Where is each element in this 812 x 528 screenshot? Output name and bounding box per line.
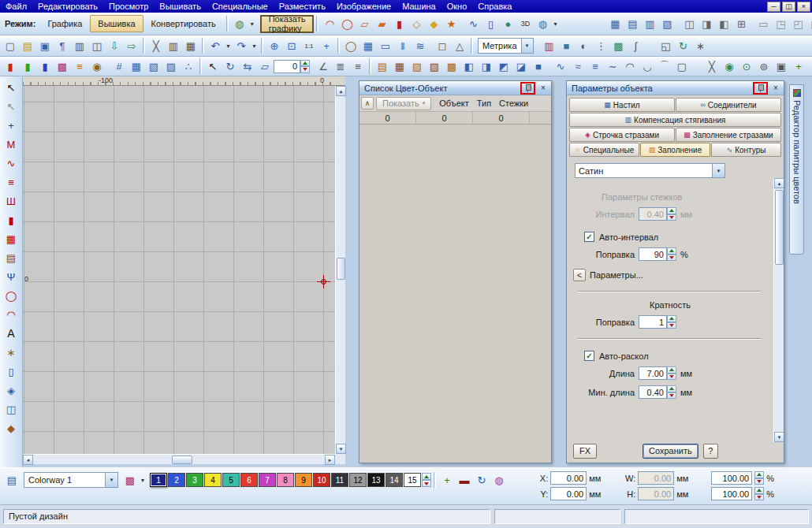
minimize-button[interactable]: ─ xyxy=(767,2,780,12)
branching-tool-icon[interactable]: Ψ xyxy=(2,267,20,286)
sphere-view-icon[interactable]: ◍ xyxy=(534,16,551,32)
background-color-icon[interactable]: ■ xyxy=(558,38,575,54)
mult-correction-input[interactable]: 1 xyxy=(639,315,667,329)
zoom-1to1-icon[interactable]: 1:1 xyxy=(300,38,318,54)
collapse-chevron-icon[interactable]: ∧ xyxy=(361,97,374,110)
zigzag-tool-icon[interactable]: Ш xyxy=(2,191,20,210)
print-preview-icon[interactable]: ◫ xyxy=(88,38,106,54)
zoom-window-icon[interactable]: ⊡ xyxy=(283,38,300,54)
sphere-caret-icon[interactable]: ▾ xyxy=(551,16,559,32)
menu-item[interactable]: Просмотр xyxy=(103,1,154,12)
overview-window-icon[interactable]: ◱ xyxy=(657,38,675,54)
window-left-icon[interactable]: ◧ xyxy=(715,16,732,32)
scale-h-spinner[interactable] xyxy=(754,487,764,500)
scroll-down-button[interactable]: ▾ xyxy=(336,444,346,454)
redo-icon[interactable]: ↷ xyxy=(233,38,250,54)
show-graphics-button[interactable]: Показать графику xyxy=(260,15,315,33)
menu-item[interactable]: Изображение xyxy=(331,1,397,12)
mult-correction-spinner[interactable] xyxy=(667,315,676,329)
length-spinner[interactable] xyxy=(667,366,676,380)
color-swatch[interactable]: 8 xyxy=(277,473,294,487)
corner-tl-icon[interactable]: ◰ xyxy=(789,16,806,32)
rotate-icon[interactable]: ↻ xyxy=(222,58,239,75)
color-swatch[interactable]: 15 xyxy=(404,473,421,487)
w-input[interactable]: 0.00 xyxy=(638,471,674,485)
menu-item[interactable]: Разместить xyxy=(274,1,331,12)
stitch-angle-spinner[interactable] xyxy=(300,60,310,73)
cut-icon[interactable]: ╳ xyxy=(147,38,165,54)
monogram-tool-icon[interactable]: ∗ xyxy=(2,343,20,362)
restore-button[interactable]: ◫ xyxy=(782,2,795,12)
cycle-colors-icon[interactable]: ↻ xyxy=(473,472,490,489)
interval-input[interactable]: 0.40 xyxy=(639,207,667,221)
wave-shape-icon[interactable]: ∿ xyxy=(464,16,482,32)
pattern-grid-icon[interactable]: ▦ xyxy=(128,58,145,75)
selection-box-icon[interactable]: ▣ xyxy=(806,16,812,32)
y-input[interactable]: 0.00 xyxy=(550,487,587,500)
color-swatch[interactable]: 12 xyxy=(349,473,367,487)
design-properties-icon[interactable]: ¶ xyxy=(54,38,71,54)
color-swatch[interactable]: 9 xyxy=(295,473,312,487)
color-swatch[interactable]: 11 xyxy=(331,473,348,487)
show-bitmap-icon[interactable]: ▩ xyxy=(610,38,628,54)
scale-w-input[interactable]: 100.00 xyxy=(711,471,752,485)
parameters-button[interactable]: Параметры... xyxy=(590,270,643,280)
show-button[interactable]: Показать ▾ xyxy=(376,97,431,110)
view-3d-icon[interactable]: 3D xyxy=(516,16,534,32)
close-icon[interactable]: × xyxy=(538,83,549,93)
closed-shape-icon[interactable]: ◯ xyxy=(338,16,356,32)
arc-down-icon[interactable]: ◡ xyxy=(639,58,656,75)
corner-tr-icon[interactable]: ◳ xyxy=(772,16,789,32)
pattern-diag-icon[interactable]: ▧ xyxy=(145,58,162,75)
frame-icon[interactable]: ▭ xyxy=(754,16,772,32)
combo-arrow-icon[interactable]: ▾ xyxy=(105,473,117,487)
undo-icon[interactable]: ↶ xyxy=(207,38,224,54)
trim-icon[interactable]: ╳ xyxy=(703,58,721,75)
closed-object-icon[interactable]: ▰ xyxy=(373,16,390,32)
applique-tool-icon[interactable]: ◈ xyxy=(2,381,20,400)
color-palette-editor-tab[interactable]: Редактор палитры цветов xyxy=(789,84,804,255)
show-rulers-icon[interactable]: ▭ xyxy=(377,38,394,54)
scroll-down-button[interactable]: ▾ xyxy=(774,432,784,442)
redo-caret-icon[interactable]: ▾ xyxy=(250,38,259,54)
grid-layout-icon[interactable]: ▦ xyxy=(606,16,624,32)
fill-cross-icon[interactable]: ▨ xyxy=(426,58,443,75)
colorway-combo[interactable]: Colorway 1 ▾ xyxy=(24,472,118,488)
close-icon[interactable]: × xyxy=(770,83,781,93)
block-digitize-icon[interactable]: ▮ xyxy=(390,16,408,32)
graphics-mode-button[interactable]: Графика xyxy=(39,15,90,32)
color-swatch[interactable]: 5 xyxy=(222,473,240,487)
menu-item[interactable]: Окно xyxy=(441,1,473,12)
star-shape-icon[interactable]: ★ xyxy=(442,16,460,32)
color-swatch[interactable]: 7 xyxy=(259,473,276,487)
open-design-icon[interactable]: ▤ xyxy=(19,38,36,54)
save-design-icon[interactable]: ▣ xyxy=(36,38,54,54)
reshape-tool-icon[interactable]: ↖ xyxy=(2,97,20,116)
tab-fill[interactable]: ▨Заполнение xyxy=(640,143,710,157)
menu-item[interactable]: Вышивать xyxy=(154,1,207,12)
transform-tool-icon[interactable]: + xyxy=(2,116,20,135)
show-guides-icon[interactable]: ‖ xyxy=(394,38,412,54)
auto-split-checkbox[interactable]: ✓ xyxy=(584,351,594,361)
design-canvas[interactable]: 0 xyxy=(23,86,335,454)
rainbow-lines-icon[interactable]: ≡ xyxy=(71,58,88,75)
manual-stitch-tool-icon[interactable]: Μ xyxy=(2,135,20,154)
fill-tatami-icon[interactable]: ▦ xyxy=(391,58,408,75)
tab-rhinestone-fill[interactable]: ▩Заполнение стразами xyxy=(676,128,781,142)
show-grid-icon[interactable]: ▦ xyxy=(359,38,377,54)
undo-caret-icon[interactable]: ▾ xyxy=(224,38,233,54)
needle-points-icon[interactable]: ⋮ xyxy=(593,38,610,54)
arc-tool-icon[interactable]: ◠ xyxy=(2,305,20,324)
select-arrow-icon[interactable]: ↖ xyxy=(204,58,222,75)
thread-spool-icon[interactable]: ◉ xyxy=(88,58,106,75)
copy-icon[interactable]: ▥ xyxy=(165,38,182,54)
color-swatch[interactable]: 13 xyxy=(367,473,385,487)
angle-icon[interactable]: ∠ xyxy=(315,58,332,75)
pattern-hash-icon[interactable]: # xyxy=(110,58,128,75)
scroll-up-button[interactable]: ▴ xyxy=(774,178,784,188)
interval-spinner[interactable] xyxy=(667,207,676,221)
embroidery-mode-button[interactable]: Вышивка xyxy=(90,15,143,32)
color-swatch[interactable]: 14 xyxy=(386,473,403,487)
help-button[interactable]: ? xyxy=(703,444,718,459)
skew-icon[interactable]: ▱ xyxy=(256,58,274,75)
